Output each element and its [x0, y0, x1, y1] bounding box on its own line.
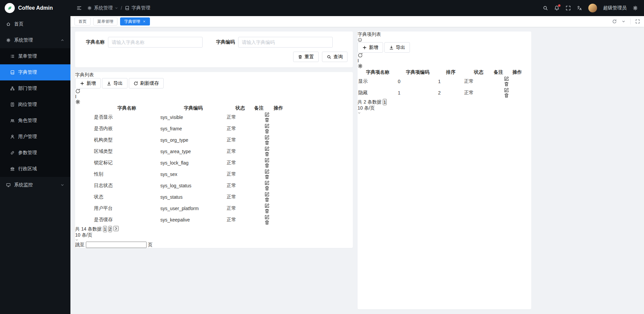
sidebar-item-dept-mgmt[interactable]: 部门管理: [0, 80, 70, 97]
edit-icon[interactable]: [264, 112, 292, 117]
delete-icon[interactable]: [264, 151, 292, 157]
reload-table-icon[interactable]: [75, 88, 353, 94]
sidebar-item-system-mgmt[interactable]: 系统管理: [0, 32, 70, 48]
delete-icon[interactable]: [504, 93, 531, 98]
add-dict-item-button[interactable]: 新增: [358, 42, 383, 53]
dict-table-row[interactable]: 区域类型 sys_area_type 正常: [76, 146, 292, 157]
region-bank-icon: [10, 167, 15, 171]
reset-button[interactable]: 重置: [293, 52, 319, 62]
chevron-down-icon: [358, 111, 361, 115]
edit-icon[interactable]: [264, 203, 292, 208]
tab-menu-mgmt[interactable]: 菜单管理: [93, 17, 117, 25]
column-settings-gear-icon[interactable]: [75, 99, 353, 105]
sidebar-item-user-mgmt[interactable]: 用户管理: [0, 129, 70, 145]
sidebar-item-system-monitor[interactable]: 系统监控: [0, 177, 70, 193]
cell-item-code: 1: [398, 87, 437, 98]
sidebar-item-post-mgmt[interactable]: 岗位管理: [0, 97, 70, 113]
breadcrumb-separator: /: [121, 5, 122, 11]
refresh-icon: [133, 81, 138, 86]
search-icon[interactable]: [543, 5, 548, 11]
fullscreen-icon[interactable]: [566, 5, 571, 11]
edit-icon[interactable]: [264, 146, 292, 151]
cell-remark: [254, 180, 264, 191]
sidebar-item-home[interactable]: 首页: [0, 16, 70, 32]
notification-bell-icon[interactable]: [554, 5, 559, 11]
content-fullscreen-icon[interactable]: [635, 19, 640, 24]
page-size-select[interactable]: 10 条/页: [358, 105, 531, 115]
delete-icon[interactable]: [264, 208, 292, 214]
delete-icon[interactable]: [504, 81, 531, 87]
sidebar-item-param-mgmt[interactable]: 参数管理: [0, 145, 70, 161]
tab-home[interactable]: 首页: [74, 17, 91, 25]
page-button-1[interactable]: 1: [103, 226, 107, 232]
sidebar-item-menu-mgmt[interactable]: 菜单管理: [0, 48, 70, 64]
refresh-page-icon[interactable]: [612, 19, 617, 24]
font-size-icon[interactable]: I: [358, 58, 359, 63]
dict-item-table-row[interactable]: 显示 0 1 正常: [358, 76, 531, 87]
delete-icon[interactable]: [264, 174, 292, 180]
jump-page-input[interactable]: [86, 242, 147, 248]
next-page-button[interactable]: [113, 226, 119, 231]
column-settings-gear-icon[interactable]: [358, 63, 531, 69]
delete-icon[interactable]: [264, 117, 292, 123]
page-button-1[interactable]: 1: [383, 99, 386, 105]
edit-icon[interactable]: [504, 87, 531, 93]
edit-icon[interactable]: [264, 123, 292, 129]
col-radio: [76, 105, 93, 111]
page-button-2[interactable]: 2: [108, 226, 112, 232]
delete-icon[interactable]: [264, 163, 292, 168]
breadcrumb-dict-mgmt[interactable]: 字典管理: [125, 5, 150, 11]
dict-item-table-row[interactable]: 隐藏 1 2 正常: [358, 87, 531, 98]
edit-icon[interactable]: [264, 135, 292, 140]
tab-close-icon[interactable]: [143, 20, 146, 23]
dict-items-title: 字典项列表: [358, 32, 381, 37]
page-size-select[interactable]: 10 条/页: [75, 232, 353, 242]
delete-icon[interactable]: [264, 129, 292, 134]
refresh-cache-button[interactable]: 刷新缓存: [129, 78, 164, 88]
breadcrumb-system-mgmt[interactable]: 系统管理: [87, 5, 118, 11]
edit-icon[interactable]: [264, 158, 292, 163]
sidebar-item-dict-mgmt[interactable]: 字典管理: [0, 64, 70, 80]
sidebar-item-region[interactable]: 行政区域: [0, 161, 70, 177]
plus-icon: [80, 81, 85, 86]
tab-dict-mgmt[interactable]: 字典管理: [120, 17, 150, 25]
font-size-icon[interactable]: I: [75, 94, 76, 99]
search-button[interactable]: 查询: [322, 52, 347, 62]
edit-icon[interactable]: [264, 192, 292, 197]
dict-name-input[interactable]: [108, 37, 203, 48]
translate-icon[interactable]: [577, 5, 582, 11]
delete-icon[interactable]: [264, 186, 292, 191]
cell-remark: [254, 214, 264, 225]
info-icon[interactable]: [358, 38, 531, 42]
edit-icon[interactable]: [264, 214, 292, 220]
dict-table-row[interactable]: 是否显示 sys_visible 正常: [76, 112, 292, 123]
dict-code-input[interactable]: [238, 37, 333, 48]
collapse-menu-icon[interactable]: [76, 5, 82, 11]
dict-table-row[interactable]: 性别 sys_sex 正常: [76, 169, 292, 180]
delete-icon[interactable]: [264, 140, 292, 145]
add-dict-button[interactable]: 新增: [75, 78, 101, 88]
export-dict-items-button[interactable]: 导出: [384, 42, 410, 53]
dict-table-row[interactable]: 锁定标记 sys_lock_flag 正常: [76, 158, 292, 168]
cell-sort: 2: [438, 87, 464, 98]
delete-icon[interactable]: [264, 197, 292, 202]
settings-gear-icon[interactable]: [633, 5, 638, 11]
dict-table-row[interactable]: 用户平台 sys_user_platform 正常: [76, 203, 292, 214]
reload-table-icon[interactable]: [358, 53, 531, 58]
cell-dict-name: 是否缓存: [94, 214, 160, 225]
export-dict-button[interactable]: 导出: [102, 78, 127, 88]
edit-icon[interactable]: [264, 180, 292, 186]
edit-icon[interactable]: [504, 76, 531, 81]
tab-menu-chevron-icon[interactable]: [622, 19, 626, 23]
username[interactable]: 超级管理员: [603, 5, 627, 11]
dict-table-row[interactable]: 是否缓存 sys_keepalive 正常: [76, 214, 292, 225]
edit-icon[interactable]: [264, 169, 292, 174]
dict-table-row[interactable]: 状态 sys_status 正常: [76, 192, 292, 202]
sidebar-item-role-mgmt[interactable]: 角色管理: [0, 113, 70, 129]
delete-icon[interactable]: [264, 220, 292, 225]
tab-label: 首页: [78, 19, 87, 24]
dict-table-row[interactable]: 是否内嵌 sys_frame 正常: [76, 123, 292, 134]
avatar[interactable]: [588, 4, 597, 12]
dict-table-row[interactable]: 日志状态 sys_log_status 正常: [76, 180, 292, 191]
dict-table-row[interactable]: 机构类型 sys_org_type 正常: [76, 135, 292, 145]
